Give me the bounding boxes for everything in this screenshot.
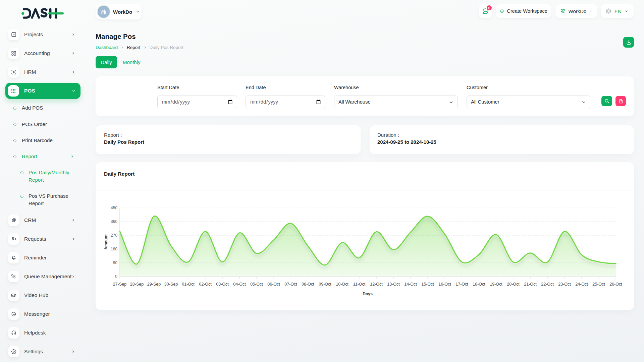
svg-text:23-Oct: 23-Oct — [558, 282, 571, 287]
export-button[interactable] — [623, 37, 634, 48]
svg-text:Days: Days — [363, 292, 373, 296]
menu-reminder[interactable]: Reminder — [0, 250, 86, 266]
svg-text:08-Oct: 08-Oct — [302, 282, 314, 287]
duration-card: Duration : 2024-09-25 to 2024-10-25 — [370, 125, 634, 154]
svg-text:10-Oct: 10-Oct — [336, 282, 348, 287]
svg-text:0: 0 — [115, 274, 117, 279]
svg-text:29-Sep: 29-Sep — [147, 282, 161, 287]
daily-report-chart: 090180270360450 27-Sep28-Sep29-Sep30-Sep… — [96, 162, 634, 310]
svg-text:450: 450 — [111, 205, 117, 210]
start-date[interactable] — [157, 96, 237, 108]
svg-text:90: 90 — [113, 260, 118, 265]
svg-text:16-Oct: 16-Oct — [438, 282, 451, 287]
menu-hrm[interactable]: HRM — [0, 64, 86, 80]
create-workspace[interactable]: Create Workspace — [496, 4, 551, 18]
workdo-dropdown[interactable]: WorkDo — [555, 4, 597, 18]
warehouse[interactable]: All Warehouse — [334, 96, 458, 108]
svg-text:Amount: Amount — [104, 234, 108, 249]
svg-text:360: 360 — [111, 219, 117, 224]
tab-monthly[interactable]: Monthly — [123, 59, 141, 65]
menu-queue-management[interactable]: Queue Management — [0, 268, 86, 285]
chat-button[interactable]: 0 — [479, 4, 492, 18]
svg-text:15-Oct: 15-Oct — [421, 282, 434, 287]
menu-settings[interactable]: Settings — [0, 344, 86, 360]
menu-pos[interactable]: POS — [5, 83, 80, 99]
svg-text:24-Oct: 24-Oct — [575, 282, 588, 287]
svg-text:27-Sep: 27-Sep — [113, 282, 126, 287]
submenu-print-barcode[interactable]: Print Barcode — [0, 132, 86, 148]
page-title: Manage Pos — [96, 33, 136, 41]
menu-video-hub[interactable]: Video Hub — [0, 287, 86, 303]
search-button[interactable] — [601, 96, 612, 106]
svg-text:21-Oct: 21-Oct — [524, 282, 537, 287]
menu-projects[interactable]: Projects — [0, 26, 86, 43]
svg-text:180: 180 — [111, 247, 117, 251]
svg-text:28-Sep: 28-Sep — [130, 282, 144, 287]
breadcrumb: Dashboard Report Daily Pos Report — [96, 45, 183, 50]
svg-text:20-Oct: 20-Oct — [507, 282, 520, 287]
chat-badge: 0 — [486, 5, 492, 11]
svg-text:14-Oct: 14-Oct — [404, 282, 417, 287]
svg-text:03-Oct: 03-Oct — [216, 282, 229, 287]
menu-helpdesk[interactable]: Helpdesk — [0, 325, 86, 341]
logo — [21, 8, 64, 19]
menu-crm[interactable]: CRM — [0, 212, 86, 228]
pos-daily-report-page: Projects Accounting HRM POS Add POS POS … — [0, 0, 644, 362]
svg-text:25-Oct: 25-Oct — [592, 282, 605, 287]
workspace-switch[interactable]: WorkDo — [96, 4, 142, 19]
svg-text:12-Oct: 12-Oct — [370, 282, 383, 287]
svg-text:19-Oct: 19-Oct — [490, 282, 502, 287]
svg-text:05-Oct: 05-Oct — [250, 282, 263, 287]
svg-text:09-Oct: 09-Oct — [319, 282, 331, 287]
submenu-add-pos[interactable]: Add POS — [0, 100, 86, 116]
submenu-pos-daily-monthly-report[interactable]: Pos Daily/MonthlyReport — [0, 164, 86, 188]
svg-text:17-Oct: 17-Oct — [455, 282, 468, 287]
svg-text:02-Oct: 02-Oct — [199, 282, 212, 287]
submenu-pos-order[interactable]: POS Order — [0, 116, 86, 132]
tab-daily[interactable]: Daily — [96, 56, 117, 68]
svg-text:270: 270 — [111, 233, 117, 238]
menu-requests[interactable]: Requests — [0, 231, 86, 247]
customer[interactable]: All Customer — [467, 96, 590, 108]
svg-text:26-Oct: 26-Oct — [609, 282, 622, 287]
svg-text:13-Oct: 13-Oct — [387, 282, 400, 287]
svg-text:22-Oct: 22-Oct — [541, 282, 554, 287]
svg-text:30-Sep: 30-Sep — [164, 282, 178, 287]
svg-text:18-Oct: 18-Oct — [473, 282, 485, 287]
reset-button[interactable] — [615, 96, 626, 106]
submenu-pos-vs-purchase-report[interactable]: Pos VS PurchaseReport — [0, 188, 86, 211]
menu-messenger[interactable]: Messenger — [0, 306, 86, 322]
svg-text:04-Oct: 04-Oct — [233, 282, 246, 287]
language-dropdown[interactable]: EN — [601, 4, 634, 18]
menu-accounting[interactable]: Accounting — [0, 45, 86, 61]
end-date[interactable] — [246, 96, 325, 108]
submenu-report[interactable]: Report — [0, 148, 86, 165]
filter-card: Start Date End Date Warehouse All Wareho… — [96, 76, 634, 116]
svg-text:07-Oct: 07-Oct — [284, 282, 297, 287]
sidebar: Projects Accounting HRM POS Add POS POS … — [0, 0, 86, 362]
svg-text:11-Oct: 11-Oct — [353, 282, 366, 287]
svg-text:01-Oct: 01-Oct — [182, 282, 195, 287]
svg-text:06-Oct: 06-Oct — [267, 282, 280, 287]
report-card: Report : Daily Pos Report — [96, 125, 361, 154]
